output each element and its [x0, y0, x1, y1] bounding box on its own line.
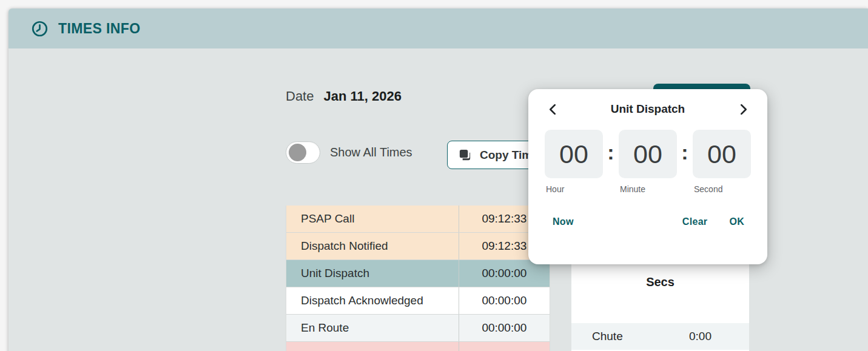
secs-row-label: Chute [592, 330, 623, 343]
time-row-label: PSAP Call [286, 206, 459, 232]
time-row-value[interactable]: 00:00:00 [459, 294, 550, 307]
show-all-times-label: Show All Times [330, 145, 412, 159]
clock-icon [32, 21, 48, 37]
secs-panel: Secs Chute 0:00 [571, 263, 749, 351]
time-row-label: Unit Dispatch [286, 260, 459, 287]
second-input[interactable]: 00 [693, 130, 751, 178]
secs-panel-header: Secs [571, 275, 749, 289]
time-picker-title: Unit Dispatch [557, 102, 738, 116]
time-row-value[interactable]: 00:00:00 [459, 267, 550, 280]
now-button[interactable]: Now [553, 216, 574, 227]
time-picker-fields: 00 : 00 : 00 [528, 130, 767, 178]
time-separator: : [677, 141, 693, 168]
second-label: Second [693, 184, 751, 194]
table-row-unit-dispatch[interactable]: Unit Dispatch 00:00:00 [286, 260, 550, 287]
hour-input[interactable]: 00 [545, 130, 603, 178]
show-all-times-row: Show All Times [286, 141, 412, 164]
date-row: Date Jan 11, 2026 [286, 89, 402, 104]
clear-button[interactable]: Clear [682, 216, 708, 227]
table-row-on-scene[interactable]: On Scene 00:00:00 [286, 342, 550, 351]
time-row-label: On Scene [286, 342, 459, 351]
secs-row-value: 0:00 [689, 330, 712, 343]
date-label: Date [286, 89, 314, 104]
table-row-dispatch-notified[interactable]: Dispatch Notified 09:12:33 [286, 233, 550, 260]
ok-button[interactable]: OK [729, 216, 744, 227]
chevron-right-icon[interactable] [738, 104, 749, 115]
date-value: Jan 11, 2026 [323, 89, 401, 104]
time-row-label: En Route [286, 315, 459, 341]
table-row-dispatch-acknowledged[interactable]: Dispatch Acknowledged 00:00:00 [286, 287, 550, 315]
time-row-value[interactable]: 00:00:00 [459, 321, 550, 335]
toggle-knob [289, 144, 306, 161]
secs-row-chute[interactable]: Chute 0:00 [571, 323, 749, 350]
times-table: PSAP Call 09:12:33 Dispatch Notified 09:… [286, 206, 550, 351]
time-row-label: Dispatch Notified [286, 233, 459, 259]
times-info-header: TIMES INFO [8, 8, 868, 48]
minute-input[interactable]: 00 [619, 130, 677, 178]
table-row-en-route[interactable]: En Route 00:00:00 [286, 315, 550, 342]
time-row-value[interactable]: 00:00:00 [459, 349, 550, 351]
time-separator: : [603, 141, 619, 168]
chevron-left-icon[interactable] [547, 104, 557, 115]
copy-icon [458, 148, 472, 162]
minute-label: Minute [619, 184, 677, 194]
time-picker-popup: Unit Dispatch 00 : 00 : 00 Hour Minute S… [528, 89, 767, 264]
page-title: TIMES INFO [58, 21, 141, 37]
hour-label: Hour [545, 184, 603, 194]
time-picker-field-labels: Hour Minute Second [528, 184, 767, 194]
time-picker-actions: Now Clear OK [528, 216, 767, 227]
show-all-times-toggle[interactable] [286, 141, 320, 164]
time-row-label: Dispatch Acknowledged [286, 287, 459, 314]
time-picker-header: Unit Dispatch [528, 102, 767, 116]
times-info-page: TIMES INFO Date Jan 11, 2026 Show All Ti… [0, 0, 868, 351]
table-row-psap-call[interactable]: PSAP Call 09:12:33 [286, 206, 550, 233]
